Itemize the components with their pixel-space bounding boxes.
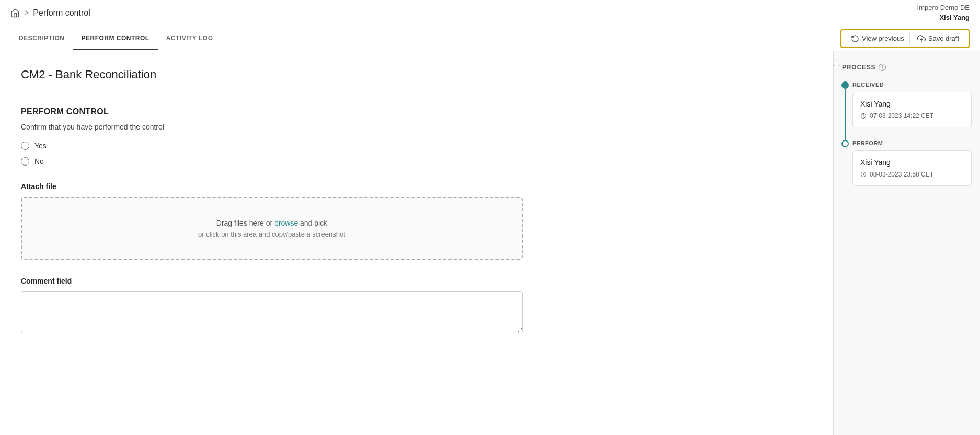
timeline: RECEIVED Xisi Yang 07-03-2023 14:22 CET … [842, 81, 972, 186]
sidebar-toggle[interactable] [834, 60, 839, 71]
timeline-item-received: RECEIVED Xisi Yang 07-03-2023 14:22 CET [852, 81, 972, 127]
timeline-step-received: RECEIVED [852, 81, 972, 88]
info-icon[interactable]: i [879, 64, 886, 71]
timeline-card-received: Xisi Yang 07-03-2023 14:22 CET [852, 92, 972, 127]
timeline-card-perform: Xisi Yang 08-03-2023 23:58 CET [852, 150, 972, 186]
user-info: Impero Demo DE Xisi Yang [917, 3, 970, 22]
timeline-step-perform: PERFORM [852, 140, 972, 146]
home-icon[interactable] [10, 8, 20, 18]
timeline-dot-perform [841, 140, 849, 147]
drop-zone-text: Drag files here or browse and pick [32, 219, 511, 227]
tab-perform-control[interactable]: PERFORM CONTROL [73, 27, 158, 50]
main-layout: CM2 - Bank Reconciliation PERFORM CONTRO… [0, 51, 980, 435]
top-nav: > Perform control Impero Demo DE Xisi Ya… [0, 0, 980, 26]
radio-no-input[interactable] [21, 157, 29, 166]
timeline-name-received: Xisi Yang [860, 100, 964, 108]
save-draft-button[interactable]: Save draft [912, 32, 964, 45]
clock-icon-received [860, 113, 867, 119]
view-previous-label: View previous [862, 34, 904, 42]
chevron-right-icon [834, 63, 836, 68]
tab-bar: DESCRIPTION PERFORM CONTROL ACTIVITY LOG… [0, 26, 980, 51]
comment-label: Comment field [21, 277, 812, 285]
radio-yes-input[interactable] [21, 142, 29, 150]
process-header: PROCESS i [842, 64, 972, 71]
control-title: CM2 - Bank Reconciliation [21, 68, 812, 90]
breadcrumb-title: Perform control [33, 8, 90, 18]
demo-label: Impero Demo DE [917, 3, 970, 13]
content-area: CM2 - Bank Reconciliation PERFORM CONTRO… [0, 51, 834, 435]
toolbar-actions: View previous Save draft [840, 29, 970, 48]
breadcrumb-separator: > [24, 8, 29, 18]
timeline-dot-received [841, 81, 849, 89]
drop-zone[interactable]: Drag files here or browse and pick or cl… [21, 197, 523, 260]
tab-activity-log[interactable]: ACTIVITY LOG [158, 27, 222, 50]
comment-textarea[interactable] [21, 291, 523, 333]
attach-section: Attach file Drag files here or browse an… [21, 182, 812, 260]
section-heading: PERFORM CONTROL [21, 107, 812, 116]
sidebar: PROCESS i RECEIVED Xisi Yang 07-03-2023 … [834, 51, 980, 435]
radio-group: Yes No [21, 142, 812, 166]
comment-section: Comment field [21, 277, 812, 335]
view-previous-button[interactable]: View previous [846, 32, 910, 45]
radio-no-label[interactable]: No [21, 157, 812, 166]
timeline-date-perform: 08-03-2023 23:58 CET [860, 171, 964, 178]
confirm-text: Confirm that you have performed the cont… [21, 123, 812, 131]
timeline-line [845, 89, 846, 140]
process-label: PROCESS [842, 64, 875, 71]
username: Xisi Yang [917, 13, 970, 22]
radio-yes-label[interactable]: Yes [21, 142, 812, 150]
radio-no-text: No [34, 157, 44, 166]
drop-zone-sub: or click on this area and copy/paste a s… [32, 230, 511, 238]
history-icon [851, 34, 859, 43]
clock-icon-perform [860, 171, 867, 178]
attach-label: Attach file [21, 182, 812, 191]
tab-description[interactable]: DESCRIPTION [10, 27, 73, 50]
timeline-date-received: 07-03-2023 14:22 CET [860, 112, 964, 120]
breadcrumb: > Perform control [10, 8, 90, 18]
radio-yes-text: Yes [34, 142, 47, 150]
timeline-item-perform: PERFORM Xisi Yang 08-03-2023 23:58 CET [852, 140, 972, 186]
timeline-name-perform: Xisi Yang [860, 158, 964, 167]
upload-icon [917, 34, 926, 43]
browse-link[interactable]: browse [274, 219, 298, 227]
save-draft-label: Save draft [928, 34, 959, 42]
